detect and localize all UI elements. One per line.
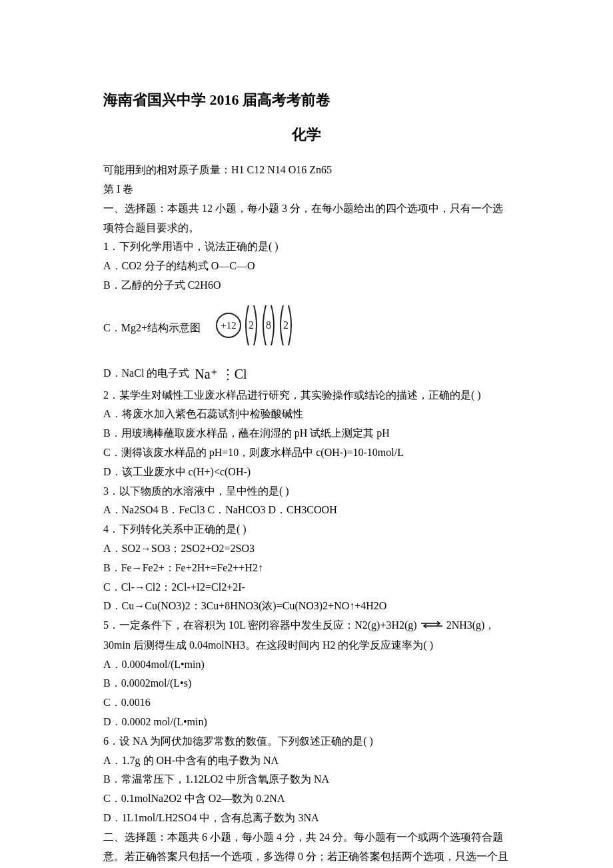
q1-stem: 1．下列化学用语中，说法正确的是( ) [103,237,510,257]
part-label: 第 I 卷 [103,180,510,199]
q2-option-b: B．用玻璃棒蘸取废水样品，蘸在润湿的 pH 试纸上测定其 pH [103,424,510,443]
section-2-header: 二、选择题：本题共 6 小题，每小题 4 分，共 24 分。每小题有一个或两个选… [103,828,510,868]
mg-ion-diagram-icon: +12 2 8 2 [210,295,297,362]
atomic-masses: 可能用到的相对原子质量：H1 C12 N14 O16 Zn65 [103,161,510,180]
q1-option-a: A．CO2 分子的结构式 O—C—O [103,257,510,276]
subject-heading: 化学 [103,121,510,148]
q2-option-c: C．测得该废水样品的 pH=10，则废水样品中 c(OH-)=10-10mol/… [103,443,510,463]
q5-option-b: B．0.0002mol/(L•s) [103,674,510,693]
q6-option-b: B．常温常压下，1.12LO2 中所含氧原子数为 NA [103,770,510,789]
q6-option-a: A．1.7g 的 OH-中含有的电子数为 NA [103,751,510,771]
q5-option-a: A．0.0004mol/(L•min) [103,655,510,675]
q4-option-d: D．Cu→Cu(NO3)2：3Cu+8HNO3(浓)=Cu(NO3)2+NO↑+… [103,597,510,616]
q4-option-b: B．Fe→Fe2+：Fe+2H+=Fe2++H2↑ [103,559,510,578]
section-1-header: 一、选择题：本题共 12 小题，每小题 3 分，在每小题给出的四个选项中，只有一… [103,199,510,238]
q1-option-b: B．乙醇的分子式 C2H6O [103,276,510,295]
q4-option-a: A．SO2→SO3：2SO2+O2=2SO3 [103,539,510,559]
q5-option-d: D．0.0002 mol/(L•min) [103,713,510,732]
q6-option-c: C．0.1molNa2O2 中含 O2—数为 0.2NA [103,789,510,809]
q5-option-c: C．0.0016 [103,693,510,713]
q4-stem: 4．下列转化关系中正确的是( ) [103,520,510,539]
q2-option-d: D．该工业废水中 c(H+)<c(OH-) [103,463,510,482]
q3-options: A．Na2SO4 B．FeCl3 C．NaHCO3 D．CH3COOH [103,501,510,520]
q6-option-d: D．1L1mol/LH2SO4 中，含有总离子数为 3NA [103,809,510,828]
q1-option-d-prefix: D．NaCl 的电子式 [103,367,189,378]
svg-text:+12: +12 [221,320,236,331]
q1-option-c-text: C．Mg2+结构示意图 [103,321,201,333]
q1-option-d: D．NaCl 的电子式 Na⁺ ⋮Cl [103,362,510,386]
svg-text:2: 2 [249,319,254,331]
svg-text:2: 2 [283,319,289,331]
svg-text:8: 8 [266,319,271,331]
q4-option-c: C．Cl-→Cl2：2Cl-+I2=Cl2+2I- [103,578,510,597]
q5-stem: 5．一定条件下，在容积为 10L 密闭容器中发生反应：N2(g)+3H2(g) … [103,616,510,655]
exam-title: 海南省国兴中学 2016 届高考考前卷 [103,87,510,113]
q6-stem: 6．设 NA 为阿伏加德罗常数的数值。下列叙述正确的是( ) [103,732,510,751]
q1-option-c: C．Mg2+结构示意图 +12 2 8 2 [103,295,510,362]
q3-stem: 3．以下物质的水溶液中，呈中性的是( ) [103,482,510,501]
q2-stem: 2．某学生对碱性工业废水样品进行研究，其实验操作或结论的描述，正确的是( ) [103,386,510,405]
q2-option-a: A．将废水加入紫色石蕊试剂中检验酸碱性 [103,405,510,424]
nacl-electron-formula: Na⁺ ⋮Cl [195,362,247,386]
equilibrium-arrow-icon [420,617,444,636]
q5-stem-part1: 5．一定条件下，在容积为 10L 密闭容器中发生反应：N2(g)+3H2(g) [103,619,417,631]
